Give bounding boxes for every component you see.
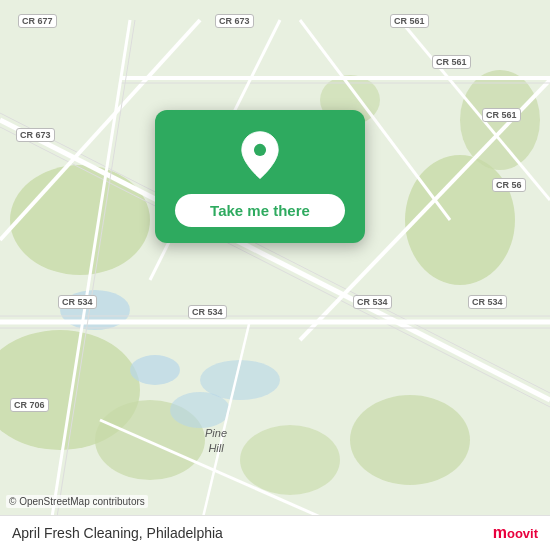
svg-point-1 [10,165,150,275]
location-pin-icon [234,130,286,182]
moovit-logo-text: moovit [493,524,538,542]
location-card: Take me there [155,110,365,243]
road-badge-cr56: CR 56 [492,178,526,192]
road-badge-cr534-left: CR 534 [58,295,97,309]
map-container: CR 677 CR 673 CR 561 CR 561 CR 561 CR 67… [0,0,550,550]
bottom-bar: April Fresh Cleaning, Philadelphia moovi… [0,515,550,550]
road-badge-cr534-right: CR 534 [353,295,392,309]
svg-point-12 [170,392,230,428]
map-svg [0,0,550,550]
pine-hill-label: Pine Hill [205,426,227,455]
take-me-there-button[interactable]: Take me there [175,194,345,227]
road-badge-cr673-top: CR 673 [215,14,254,28]
svg-point-10 [130,355,180,385]
copyright-text: © OpenStreetMap contributors [6,495,148,508]
road-badge-cr677: CR 677 [18,14,57,28]
road-badge-cr534-mid: CR 534 [188,305,227,319]
road-badge-cr673-left: CR 673 [16,128,55,142]
svg-point-32 [254,144,266,156]
road-badge-cr561-right: CR 561 [482,108,521,122]
road-badge-cr561-mid: CR 561 [432,55,471,69]
road-badge-cr706: CR 706 [10,398,49,412]
location-text: April Fresh Cleaning, Philadelphia [12,525,223,541]
bottom-bar-left: April Fresh Cleaning, Philadelphia [12,525,223,541]
road-badge-cr534-far: CR 534 [468,295,507,309]
road-badge-cr561-top: CR 561 [390,14,429,28]
moovit-logo: moovit [493,524,538,542]
svg-point-7 [240,425,340,495]
svg-point-6 [350,395,470,485]
